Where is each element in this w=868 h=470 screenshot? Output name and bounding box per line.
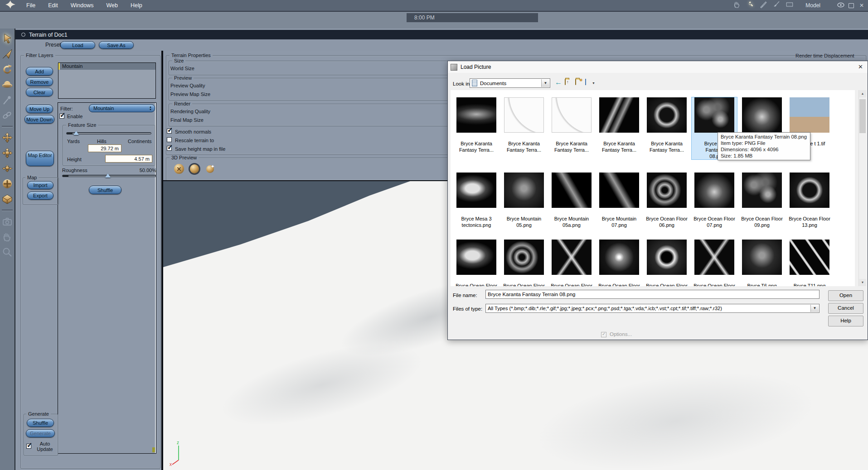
menu-help[interactable]: Help: [124, 2, 149, 9]
move-cross-icon[interactable]: [1, 132, 13, 144]
preset-save-as-button[interactable]: Save As: [99, 41, 134, 49]
cancel-button[interactable]: Cancel: [828, 303, 863, 314]
feature-size-slider-thumb[interactable]: [73, 131, 79, 135]
brush-icon[interactable]: [772, 0, 781, 10]
file-item[interactable]: Bryce Ocean Floor 07.png: [692, 173, 737, 228]
file-item[interactable]: Bryce Mountain 07.png: [596, 173, 642, 228]
map-export-button[interactable]: Export: [27, 192, 53, 200]
dialog-close-icon[interactable]: ✕: [858, 63, 863, 70]
menu-file[interactable]: File: [20, 2, 42, 9]
dart-icon[interactable]: [1, 48, 13, 60]
film-icon[interactable]: [785, 0, 794, 10]
generate-shuffle-button[interactable]: Shuffle: [27, 419, 54, 427]
wrench-icon[interactable]: [746, 0, 755, 10]
move-sphere-icon[interactable]: [1, 147, 13, 159]
move-down-button[interactable]: Move Down: [24, 115, 54, 124]
look-in-combobox[interactable]: Documents ▼: [470, 78, 550, 88]
files-of-type-combobox[interactable]: All Types (*.bmp;*.dib;*.rle;*.gif;*.jpg…: [485, 304, 820, 313]
file-item[interactable]: Bryce Karanta Fantasy Terra...: [501, 97, 547, 153]
enable-checkbox[interactable]: [59, 114, 64, 119]
files-of-type-dropdown-arrow[interactable]: ▼: [810, 305, 819, 312]
maximize-icon[interactable]: [849, 3, 854, 8]
move-flat-icon[interactable]: [1, 163, 13, 174]
pen-icon[interactable]: [759, 0, 768, 10]
new-folder-icon[interactable]: ✳: [575, 79, 583, 86]
render-sphere-icon[interactable]: [189, 163, 200, 175]
chain-icon[interactable]: [1, 110, 13, 121]
file-item[interactable]: Bryce Ocean Floor 21.png: [644, 240, 689, 286]
file-item[interactable]: Bryce Ocean Floor 15.png: [454, 240, 499, 286]
options-checkbox[interactable]: [601, 332, 606, 337]
back-arrow-icon[interactable]: ←: [555, 78, 562, 86]
preset-load-button[interactable]: Load: [60, 41, 95, 49]
up-folder-icon[interactable]: ↑: [565, 79, 573, 86]
render-sphere-cross-icon[interactable]: ✕: [173, 163, 185, 175]
generate-button[interactable]: Generate: [26, 429, 55, 437]
feature-size-value-field[interactable]: 29.72 m: [88, 144, 121, 152]
file-item[interactable]: Bryce Ocean Floor 22.png: [692, 240, 737, 286]
camera-icon[interactable]: [1, 216, 13, 227]
add-layer-button[interactable]: Add: [26, 67, 53, 76]
layer-list[interactable]: Mountain: [58, 62, 156, 99]
remove-layer-button[interactable]: Remove: [26, 77, 53, 86]
map-import-button[interactable]: Import: [27, 181, 53, 189]
file-item[interactable]: Bryce Ocean Floor 19.png: [549, 240, 594, 286]
final-map-size-row[interactable]: Final Map Size: [170, 117, 204, 123]
render-sphere-star-icon[interactable]: ✦: [204, 163, 216, 175]
eye-icon[interactable]: [837, 2, 844, 9]
filter-dropdown[interactable]: Mountain ▲▼: [89, 104, 155, 112]
clear-layers-button[interactable]: Clear: [26, 88, 53, 96]
menu-edit[interactable]: Edit: [42, 2, 64, 9]
file-item[interactable]: Bryce Karanta Fantasy Terra...: [454, 97, 499, 153]
trackball-icon[interactable]: [1, 178, 13, 190]
roughness-slider-thumb[interactable]: [105, 173, 111, 177]
look-in-dropdown-arrow[interactable]: ▼: [541, 79, 549, 87]
dialog-titlebar[interactable]: Load Picture ✕: [448, 61, 868, 73]
file-item[interactable]: Bryce Karanta Fantasy Terra...: [596, 97, 642, 153]
shuffle-button[interactable]: Shuffle: [89, 186, 121, 194]
view-menu-caret[interactable]: ▼: [592, 82, 595, 85]
file-item[interactable]: Bryce Mountain 05.png: [501, 173, 547, 228]
select-arrow-icon[interactable]: [1, 33, 13, 44]
pan-hand-icon[interactable]: [1, 231, 13, 243]
prop-checkbox-rescale-terrain-to[interactable]: [167, 137, 172, 142]
file-item[interactable]: Bryce Karanta Fantasy Terra...: [644, 97, 689, 153]
menu-web[interactable]: Web: [100, 2, 124, 9]
auto-update-checkbox[interactable]: [26, 444, 31, 449]
cube-icon[interactable]: [1, 193, 13, 205]
move-up-button[interactable]: Move Up: [26, 105, 53, 113]
hand-icon[interactable]: [732, 0, 742, 10]
magnifier-icon[interactable]: [1, 246, 13, 258]
eyedropper-icon[interactable]: [1, 94, 13, 106]
map-editor-button[interactable]: Map Editor: [26, 151, 54, 166]
close-icon[interactable]: ✕: [858, 2, 865, 9]
file-list-scrollbar[interactable]: ▲ ▼: [858, 90, 866, 286]
prop-checkbox-smooth-normals[interactable]: [167, 129, 172, 134]
file-item[interactable]: Bryce Ocean Floor 13.png: [787, 173, 832, 228]
file-item[interactable]: Bryce T6.png: [739, 240, 785, 286]
rendering-quality-row[interactable]: Rendering Quality: [170, 109, 210, 114]
world-size-row[interactable]: World Size: [170, 66, 194, 71]
window-titlebar[interactable]: Terrain of Doc1: [15, 30, 868, 39]
window-menu-icon[interactable]: [21, 33, 25, 37]
layer-list-item-mountain[interactable]: Mountain: [58, 63, 155, 70]
file-item[interactable]: Bryce Mountain 05a.png: [549, 173, 594, 228]
preview-map-size-row[interactable]: Preview Map Size: [170, 91, 210, 97]
height-value-field[interactable]: 4.57 m: [105, 155, 152, 163]
feature-size-slider[interactable]: [66, 132, 151, 134]
rotate-icon[interactable]: [1, 63, 13, 75]
menu-windows[interactable]: Windows: [64, 2, 100, 9]
file-name-input[interactable]: [485, 290, 820, 299]
preview-quality-row[interactable]: Preview Quality: [170, 83, 205, 88]
sphere-icon[interactable]: [1, 79, 13, 91]
scrollbar-thumb[interactable]: [859, 99, 866, 133]
file-item[interactable]: Bryce T11.png: [787, 240, 832, 286]
scroll-down-icon[interactable]: ▼: [859, 279, 866, 286]
panel-grip[interactable]: [152, 447, 155, 452]
scroll-up-icon[interactable]: ▲: [859, 90, 866, 97]
file-item[interactable]: Bryce Ocean Floor 18.png: [501, 240, 547, 286]
file-item[interactable]: Bryce Mesa 3 tectonics.png: [454, 173, 499, 228]
help-button[interactable]: Help: [828, 316, 863, 326]
file-item[interactable]: Bryce Ocean Floor 09.png: [739, 173, 785, 228]
prop-checkbox-save-height-map-in-file[interactable]: [167, 146, 172, 151]
